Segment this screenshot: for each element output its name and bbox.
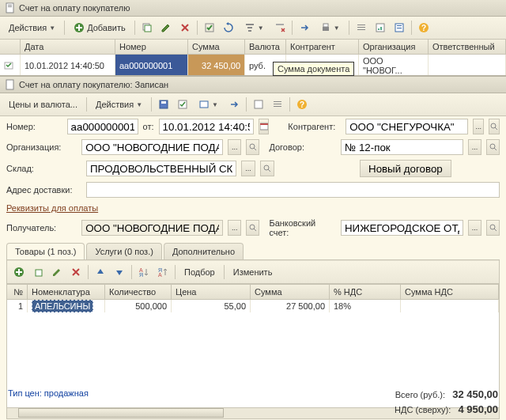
counter-lookup-button[interactable]: ... [473,119,484,134]
edit-button[interactable] [157,19,175,36]
warehouse-lookup-button[interactable]: ... [241,161,255,176]
svg-rect-31 [200,101,208,108]
item-copy-button[interactable] [29,263,47,281]
svg-rect-10 [247,27,252,28]
tabs: Товары (1 поз.) Услуги (0 поз.) Дополнит… [0,240,506,259]
col-header-org[interactable]: Организация [359,40,429,54]
cell-number: аа000000001 [115,55,188,77]
price-type-link[interactable]: Тип цен: продажная [8,388,89,400]
contract-lookup-button[interactable]: ... [468,139,481,155]
save-button[interactable] [155,96,172,113]
sub-actions-menu[interactable]: Действия▼ [90,97,148,112]
col-header-resp[interactable]: Ответственный [429,40,506,54]
warehouse-search-button[interactable] [260,161,274,176]
filter-dropdown[interactable]: ▼ [239,20,270,36]
col-header-counter[interactable]: Контрагент [286,40,359,54]
items-col-qty[interactable]: Количество [105,285,172,299]
contract-search-button[interactable] [486,139,500,155]
item-delete-button[interactable] [67,263,85,281]
contract-field[interactable] [341,139,463,155]
settings-button[interactable] [391,19,408,36]
date-field[interactable] [159,119,254,134]
sub-help-button[interactable]: ? [293,96,311,113]
add-button[interactable]: Добавить [68,20,131,36]
item-edit-button[interactable] [48,263,66,281]
col-header-date[interactable]: Дата [21,40,115,54]
col-header-currency[interactable]: Валюта [245,40,286,54]
bank-search-button[interactable] [486,220,500,236]
item-add-button[interactable] [10,263,28,281]
total-label: Всего (руб.): [395,390,445,399]
items-col-price[interactable]: Цена [172,285,251,299]
sub-list-button[interactable] [269,96,286,113]
org-field[interactable] [81,139,223,155]
item-movedown-button[interactable] [111,263,128,281]
items-col-sumnds[interactable]: Сумма НДС [401,285,499,299]
recipient-field[interactable] [81,220,223,236]
report-button[interactable] [372,19,389,36]
document-icon [5,2,16,13]
number-field[interactable] [67,119,138,134]
date-picker-button[interactable] [259,119,270,134]
svg-rect-15 [357,25,365,25]
items-col-num[interactable]: № [7,285,28,299]
tab-services[interactable]: Услуги (0 поз.) [86,243,161,259]
footer: Тип цен: продажная Всего (руб.): 32 450,… [0,384,506,420]
mark-button[interactable] [201,19,218,36]
requisites-section-title: Реквизиты для оплаты [0,200,506,216]
item-sort-asc-button[interactable]: АЯ [135,263,153,281]
chevron-down-icon: ▼ [334,25,340,32]
items-row[interactable]: 1 АПЕЛЬСИНЫ 500,000 55,00 27 500,00 18% [7,300,499,312]
print-dropdown[interactable]: ▼ [315,20,346,36]
nds-value: 4 950,00 [458,403,498,415]
cell-org: ООО "НОВОГ... [359,55,429,77]
svg-text:А: А [158,272,162,278]
delete-button[interactable] [176,19,194,36]
copy-button[interactable] [138,19,156,36]
move-button[interactable] [296,19,313,36]
svg-rect-7 [145,25,151,32]
warehouse-label: Склад: [6,164,81,173]
clear-filter-button[interactable] [271,19,289,36]
bank-field[interactable] [341,220,463,236]
list-header: Дата Номер Сумма Валюта Контрагент Орган… [0,40,506,55]
warehouse-field[interactable] [86,161,236,176]
org-search-button[interactable] [246,139,259,155]
svg-text:?: ? [300,100,304,109]
tooltip: Сумма документа [273,62,354,76]
items-col-nds[interactable]: % НДС [330,285,401,299]
item-sort-desc-button[interactable]: ЯА [154,263,172,281]
select-items-button[interactable]: Подбор [179,265,221,279]
recipient-lookup-button[interactable]: ... [228,220,241,236]
recipient-search-button[interactable] [246,220,259,236]
help-button[interactable]: ? [415,19,432,36]
new-contract-button[interactable]: Новый договор [360,160,451,177]
address-field[interactable] [86,182,500,198]
plus-icon [74,22,85,33]
counter-field[interactable] [346,119,468,134]
refresh-button[interactable] [220,19,237,36]
chevron-down-icon: ▼ [258,25,264,32]
go-button[interactable] [225,96,243,113]
org-lookup-button[interactable]: ... [228,139,241,155]
tab-goods[interactable]: Товары (1 поз.) [6,243,85,259]
counter-search-button[interactable] [489,119,500,134]
post-button[interactable] [174,96,191,113]
list-button[interactable] [353,19,370,36]
structure-button[interactable] [250,96,267,113]
items-col-sum[interactable]: Сумма [251,285,330,299]
bank-lookup-button[interactable]: ... [468,220,481,236]
svg-rect-11 [248,30,251,32]
prices-currency-button[interactable]: Цены и валюта... [3,97,83,112]
related-dropdown[interactable]: ▼ [193,96,224,112]
col-header-number[interactable]: Номер [115,40,188,54]
item-moveup-button[interactable] [92,263,109,281]
list-row[interactable]: 10.01.2012 14:40:50 аа000000001 32 450,0… [0,55,506,78]
sub-window-title-bar: Счет на оплату покупателю: Записан [0,77,506,93]
actions-menu[interactable]: Действия ▼ [3,21,61,35]
items-col-nom[interactable]: Номенклатура [28,285,105,299]
change-items-button[interactable]: Изменить [228,265,278,279]
tab-additional[interactable]: Дополнительно [164,243,244,259]
col-header-sum[interactable]: Сумма [188,40,245,54]
item-sum: 27 500,00 [251,300,330,312]
